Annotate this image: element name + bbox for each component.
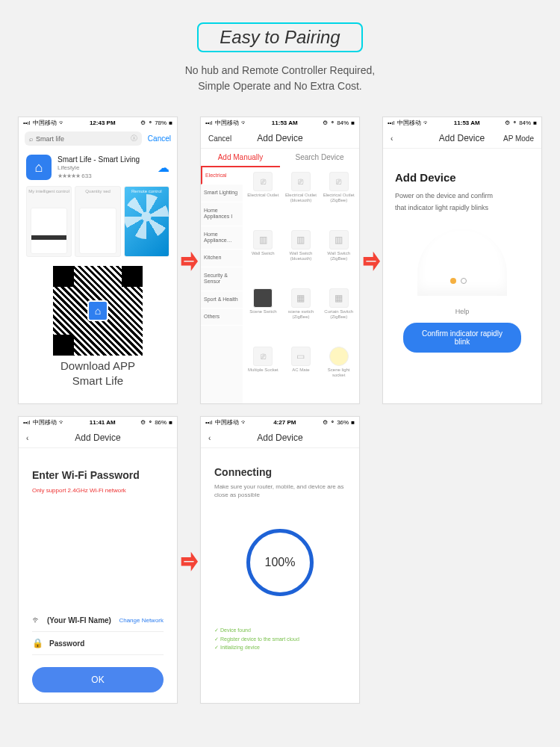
progress-ring: 100% [246, 529, 314, 596]
arrow-icon: ⇨ [364, 245, 380, 277]
category-item[interactable]: Home Appliances I [201, 202, 243, 226]
page-title: Easy to Pairing [197, 22, 362, 52]
device-type[interactable]: ⎚Electrical Outlet (ZigBee) [320, 169, 358, 227]
qr-center-logo: ⌂ [87, 300, 108, 321]
screen-note: Make sure your router, mobile, and devic… [214, 483, 346, 499]
page-subtitle: No hub and Remote Controller Required, S… [0, 63, 560, 94]
qr-code: ⌂ [53, 266, 143, 356]
device-type[interactable]: ▥Wall Switch [244, 227, 282, 285]
category-item[interactable]: Home Appliance… [201, 226, 243, 250]
back-button[interactable]: ‹ [208, 434, 238, 442]
app-screenshots: My intelligent control Quantity sed Remo… [19, 186, 177, 263]
device-type[interactable]: Scene Switch [244, 285, 282, 344]
search-icon: ⌕ [29, 135, 33, 143]
device-type[interactable]: ▥Wall Switch (bluetooth) [282, 227, 320, 285]
device-type[interactable]: ⎚Electrical Outlet (bluetooth) [282, 169, 320, 227]
steps-grid: ⇨ ⇨ ⇨ ••ıl中国移动ᯤ 12:43 PM ⚙︎⚬ 78%■ ⌕ Smar… [0, 117, 560, 704]
category-item[interactable]: Security & Sensor [201, 267, 243, 291]
change-network-link[interactable]: Change Network [119, 617, 164, 624]
back-button[interactable]: ‹ [391, 134, 420, 143]
back-button[interactable]: ‹ [26, 434, 56, 442]
category-item[interactable]: Sport & Health [201, 291, 243, 309]
step3-confirm-indicator: ••ıl中国移动ᯤ 11:53 AM ⚙︎⚬ 84%■ ‹ Add Device… [382, 117, 542, 404]
arrow-icon: ⇨ [181, 245, 198, 277]
app-listing[interactable]: ⌂ Smart Life - Smart Living Lifestyle ★★… [19, 149, 177, 186]
wifi-name-field[interactable]: ᯤ (Your WI-FI Name) Change Network [32, 609, 164, 632]
device-type[interactable]: ▦scene switch (ZigBee) [282, 285, 320, 344]
lock-icon: 🔒 [32, 638, 43, 648]
step5-connecting: ••ıl中国移动ᯤ 4:27 PM ⚙︎⚬ 36%■ ‹ Add Device … [200, 416, 360, 704]
device-type[interactable]: Scene light socket [320, 344, 358, 402]
search-input[interactable]: ⌕ Smart life ⓧ [25, 131, 142, 146]
search-bar: ⌕ Smart life ⓧ Cancel [19, 128, 177, 149]
device-illustration [417, 229, 507, 296]
ok-button[interactable]: OK [32, 667, 164, 692]
status-bar: ••ıl中国移动ᯤ 12:43 PM ⚙︎⚬ 78%■ [19, 117, 177, 128]
step4-wifi-password: ••ıl中国移动ᯤ 11:41 AM ⚙︎⚬ 86%■ ‹ Add Device… [18, 416, 178, 704]
ap-mode-button[interactable]: AP Mode [503, 134, 534, 143]
screen-description: Power on the device and confirmthat indi… [395, 190, 493, 214]
cancel-button[interactable]: Cancel [208, 134, 238, 143]
download-cloud-icon[interactable]: ☁︎ [158, 161, 169, 175]
step1-app-store: ••ıl中国移动ᯤ 12:43 PM ⚙︎⚬ 78%■ ⌕ Smart life… [18, 117, 178, 404]
device-type[interactable]: ▥Wall Switch (ZigBee) [320, 227, 358, 285]
clear-icon[interactable]: ⓧ [131, 134, 137, 143]
smartlife-app-icon: ⌂ [26, 155, 52, 180]
device-type[interactable]: ▦Curtain Switch (ZigBee) [320, 285, 358, 344]
category-item[interactable]: Others [201, 309, 243, 326]
wifi-note: Only support 2.4GHz Wi-Fi network [32, 487, 164, 494]
category-item[interactable]: Kitchen [201, 249, 243, 267]
arrow-icon: ⇨ [181, 545, 198, 577]
screen-title: Enter Wi-Fi Password [32, 469, 164, 481]
device-type[interactable]: ⎚Multiple Socket [244, 344, 282, 402]
screen-title: Connecting [214, 466, 272, 478]
screen-title: Add Device [395, 171, 456, 184]
device-type[interactable]: ▭AC Mate [282, 344, 320, 402]
progress-checks: Device found Register device to the smar… [214, 626, 299, 651]
confirm-blink-button[interactable]: Confirm indicator rapidly blink [403, 323, 521, 353]
wifi-icon: ᯤ [32, 615, 41, 625]
tab-search-device[interactable]: Search Device [280, 149, 359, 167]
category-item[interactable]: Electrical [201, 167, 243, 185]
download-caption: Download APPSmart Life [19, 359, 177, 394]
device-type[interactable]: ⎚Electrical Outlet [244, 169, 282, 227]
step2-add-device-list: ••ıl中国移动ᯤ 11:53 AM ⚙︎⚬ 84%■ Cancel Add D… [200, 117, 360, 404]
help-link[interactable]: Help [455, 308, 470, 315]
cancel-button[interactable]: Cancel [148, 134, 171, 143]
tab-add-manually[interactable]: Add Manually [201, 149, 280, 167]
password-field[interactable]: 🔒 Password [32, 632, 164, 655]
category-item[interactable]: Smart Lighting [201, 185, 243, 202]
